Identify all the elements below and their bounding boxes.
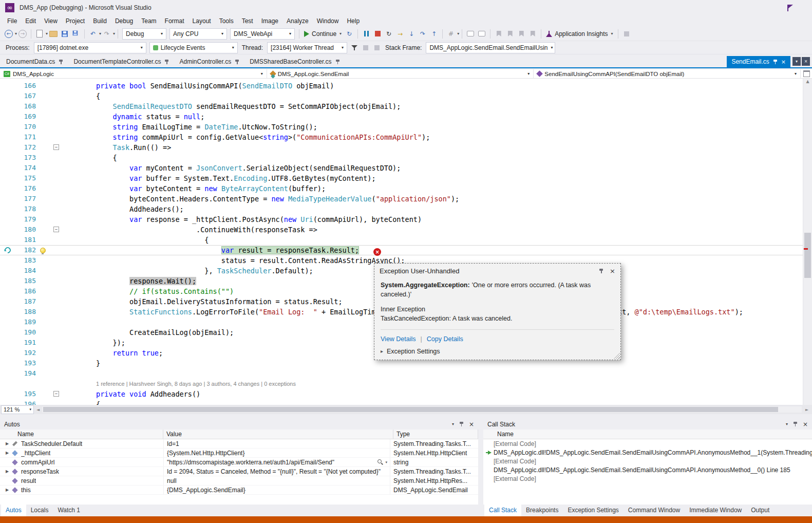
- previous-bookmark-button[interactable]: [505, 28, 515, 40]
- code-line-170[interactable]: 170 string EmailLogTime = DateTime.UtcNo…: [0, 122, 803, 132]
- menu-project[interactable]: Project: [62, 16, 89, 26]
- caret-down-icon[interactable]: ▾: [385, 460, 387, 464]
- navigate-forward-button[interactable]: →: [17, 28, 28, 40]
- caret-down-icon[interactable]: ▾: [113, 31, 115, 36]
- solution-platform-dropdown[interactable]: Any CPU▾: [169, 28, 227, 40]
- window-position-icon[interactable]: ▾: [452, 422, 454, 426]
- project-dropdown[interactable]: C# DMS_AppLogic ▾: [0, 69, 267, 78]
- code-line-178[interactable]: 178 Addheaders();: [0, 204, 803, 214]
- step-out-button[interactable]: ↑: [429, 28, 439, 40]
- breakpoint-margin[interactable]: [0, 101, 15, 111]
- code-line-175[interactable]: 175 var buffer = System.Text.Encoding.UT…: [0, 173, 803, 183]
- pin-icon[interactable]: [773, 59, 778, 65]
- expander-icon[interactable]: ▶: [4, 441, 10, 446]
- callstack-frame[interactable]: DMS_AppLogic.dll!DMS_AppLogic.SendEmail.…: [483, 448, 812, 457]
- breakpoint-margin[interactable]: [0, 368, 15, 379]
- break-all-button[interactable]: [361, 28, 371, 40]
- tab-documentdata-cs[interactable]: DocumentData.cs: [1, 56, 68, 67]
- panel-tab-exception-settings[interactable]: Exception Settings: [563, 505, 623, 516]
- caret-down-icon[interactable]: ▾: [457, 31, 459, 36]
- application-insights-button[interactable]: Application Insights ▾: [544, 28, 615, 40]
- redo-button[interactable]: ↷: [102, 28, 112, 40]
- menu-layout[interactable]: Layout: [188, 16, 215, 26]
- menu-test[interactable]: Test: [238, 16, 257, 26]
- breakpoint-margin[interactable]: [0, 255, 15, 266]
- scroll-left-icon[interactable]: ◄: [34, 407, 42, 412]
- callstack-frame[interactable]: DMS_AppLogic.dll!DMS_AppLogic.SendEmail.…: [483, 465, 812, 474]
- menu-window[interactable]: Window: [313, 16, 343, 26]
- code-line-177[interactable]: 177 byteContent.Headers.ContentType = ne…: [0, 194, 803, 204]
- type-dropdown[interactable]: DMS_AppLogic.SendEmail ▾: [267, 69, 534, 78]
- breakpoint-margin[interactable]: [0, 358, 15, 368]
- pin-icon[interactable]: [59, 59, 63, 65]
- panel-tab-command-window[interactable]: Command Window: [624, 505, 685, 516]
- lifecycle-events-dropdown[interactable]: Lifecycle Events▾: [149, 42, 238, 53]
- breakpoint-margin[interactable]: [0, 91, 15, 101]
- panel-tab-breakpoints[interactable]: Breakpoints: [521, 505, 563, 516]
- restart-debugging-button[interactable]: ↻: [384, 28, 394, 40]
- menu-tools[interactable]: Tools: [215, 16, 238, 26]
- breakpoint-margin[interactable]: [0, 122, 15, 132]
- fold-collapse-icon[interactable]: −: [53, 391, 59, 397]
- breakpoint-margin[interactable]: [0, 348, 15, 358]
- breakpoint-margin[interactable]: [0, 286, 15, 296]
- process-dropdown[interactable]: [17896] dotnet.exe▾: [34, 42, 146, 53]
- codelens-info[interactable]: 1 reference | Harshveer Singh, 8 days ag…: [0, 379, 803, 389]
- menu-view[interactable]: View: [40, 16, 62, 26]
- expander-icon[interactable]: ▶: [4, 469, 10, 474]
- show-next-statement-button[interactable]: →: [395, 28, 405, 40]
- autos-row[interactable]: commApiUrl"https://dmscomapistage.workte…: [0, 458, 478, 467]
- autos-row[interactable]: ▶_httpClient{System.Net.Http.HttpClient}…: [0, 449, 478, 458]
- panel-tab-output[interactable]: Output: [746, 505, 774, 516]
- navigate-back-button[interactable]: ←: [4, 28, 14, 40]
- panel-tab-watch-1[interactable]: Watch 1: [53, 505, 85, 516]
- breakpoint-margin[interactable]: [0, 81, 15, 91]
- new-file-button[interactable]: [34, 28, 45, 40]
- menu-edit[interactable]: Edit: [21, 16, 40, 26]
- scrollbar-thumb[interactable]: [43, 407, 778, 412]
- step-into-button[interactable]: ↓: [406, 28, 417, 40]
- breakpoint-margin[interactable]: [0, 111, 15, 122]
- pin-icon[interactable]: [235, 59, 239, 65]
- code-line-168[interactable]: 168 SendEmailRequestDTO sendEmailRequest…: [0, 101, 803, 111]
- continue-button[interactable]: Continue ▾: [302, 28, 344, 40]
- code-line-182[interactable]: 182 var result = responseTask.Result;×: [0, 245, 803, 255]
- menu-team[interactable]: Team: [137, 16, 160, 26]
- code-line-172[interactable]: 172− Task.Run(() =>: [0, 142, 803, 153]
- tab-admincontroller-cs[interactable]: AdminController.cs: [174, 56, 244, 67]
- view-details-link[interactable]: View Details: [381, 335, 416, 343]
- tab-documenttemplatecontroller-cs[interactable]: DocumentTemplateController.cs: [68, 56, 174, 67]
- breakpoint-margin[interactable]: [0, 389, 15, 399]
- uncomment-button[interactable]: [477, 28, 487, 40]
- scroll-right-icon[interactable]: ►: [803, 407, 811, 412]
- member-dropdown[interactable]: SendEmailUsingCommAPI(SendEmailDTO objEm…: [534, 69, 801, 78]
- breakpoint-margin[interactable]: [0, 142, 15, 153]
- suspend-thread-button[interactable]: [361, 42, 371, 53]
- menu-analyze[interactable]: Analyze: [282, 16, 313, 26]
- breakpoint-margin[interactable]: [0, 399, 15, 405]
- horizontal-scrollbar[interactable]: [42, 406, 802, 413]
- step-over-button[interactable]: ↷: [418, 28, 428, 40]
- thread-dropdown[interactable]: [23164] Worker Thread▾: [267, 42, 347, 53]
- code-line-171[interactable]: 171 string commApiUrl = config.GetValue<…: [0, 132, 803, 142]
- exception-settings-expander[interactable]: ▸ Exception Settings: [374, 347, 620, 360]
- tab-list-dropdown-button[interactable]: ▾: [792, 57, 801, 66]
- close-icon[interactable]: ×: [469, 421, 474, 428]
- autos-row[interactable]: ▶responseTaskId = 2094, Status = Cancele…: [0, 467, 478, 476]
- stack-frame-dropdown[interactable]: DMS_AppLogic.SendEmail.SendEmailUsin▾: [426, 42, 555, 53]
- breakpoint-margin[interactable]: [0, 235, 15, 245]
- breakpoint-margin[interactable]: [0, 204, 15, 214]
- panel-tab-locals[interactable]: Locals: [26, 505, 53, 516]
- close-document-button[interactable]: ×: [802, 57, 810, 66]
- code-line-181[interactable]: 181 {: [0, 235, 803, 245]
- code-line-195[interactable]: 195− private void Addheaders(): [0, 389, 803, 399]
- panel-tab-call-stack[interactable]: Call Stack: [484, 505, 521, 516]
- breakpoint-margin[interactable]: [0, 225, 15, 235]
- caret-down-icon[interactable]: ▾: [99, 31, 101, 36]
- autos-row[interactable]: ▶this{DMS_AppLogic.SendEmail}DMS_AppLogi…: [0, 485, 478, 495]
- vertical-splitter[interactable]: [478, 419, 483, 516]
- breakpoint-margin[interactable]: [0, 173, 15, 183]
- breakpoint-margin[interactable]: [0, 296, 15, 307]
- scroll-up-icon[interactable]: ▲: [803, 79, 812, 84]
- code-line-174[interactable]: 174 var myContent = JsonConvert.Serializ…: [0, 163, 803, 173]
